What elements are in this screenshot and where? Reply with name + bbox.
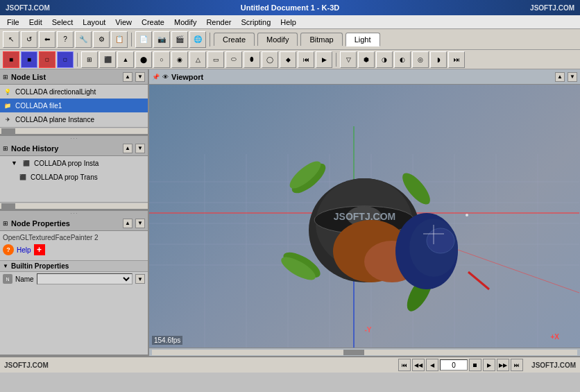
node-history-scroll-down[interactable]: ▼ (135, 144, 145, 153)
tab-modify[interactable]: Modify (257, 33, 298, 46)
node-history-scroll-up[interactable]: ▲ (123, 144, 133, 153)
scroll-track2 (0, 203, 148, 209)
node-history-resize[interactable]: · · · (0, 210, 148, 216)
playback-skip-end[interactable]: ⏭ (511, 359, 523, 371)
menu-layout[interactable]: Layout (78, 17, 110, 27)
tool-camera[interactable]: 📷 (153, 31, 170, 48)
separator1 (131, 33, 132, 46)
tool-ring[interactable]: ◎ (412, 51, 429, 68)
scroll-thumb (1, 128, 15, 134)
viewport-hscroll[interactable] (149, 348, 580, 356)
menu-scripting[interactable]: Scripting (237, 17, 275, 27)
list-item[interactable]: 💡 COLLADA directionalLight (0, 85, 148, 99)
node-list-scroll-down[interactable]: ▼ (135, 72, 145, 82)
menu-edit[interactable]: Edit (25, 17, 46, 27)
tool-skip-end[interactable]: ⏭ (448, 51, 465, 68)
tool-question[interactable]: ? (57, 31, 74, 48)
playback-next-next[interactable]: ▶▶ (497, 359, 509, 371)
tool-box-red[interactable]: ■ (3, 51, 19, 68)
viewport-canvas[interactable]: JSOFTJ.COM 154.6fps +X -Y (149, 85, 580, 348)
tool-rect[interactable]: ▭ (207, 51, 224, 68)
tool-triangle[interactable]: ▲ (117, 51, 134, 68)
menu-render[interactable]: Render (202, 17, 235, 27)
menu-select[interactable]: Select (48, 17, 78, 27)
tool-cone[interactable]: ▽ (340, 51, 357, 68)
tool-diamond[interactable]: ◆ (280, 51, 296, 68)
tool-gear[interactable]: ⚙ (93, 31, 110, 48)
tool-film[interactable]: 🎬 (171, 31, 188, 48)
playback-stop[interactable]: ⏹ (469, 359, 481, 371)
tool-half-sphere[interactable]: ◐ (394, 51, 411, 68)
name-field-icon: N (3, 274, 12, 284)
tool-ellipse[interactable]: ◯ (262, 51, 278, 68)
collada-file-icon: 📁 (3, 101, 12, 110)
name-dropdown[interactable] (37, 274, 132, 284)
tool-box-blue2[interactable]: ◻ (57, 51, 74, 68)
tool-skip-back[interactable]: ⏮ (298, 51, 314, 68)
tool-box3d[interactable]: ⬛ (99, 51, 116, 68)
tool-sphere[interactable]: ⬤ (135, 51, 152, 68)
tool-grid[interactable]: ⊞ (81, 51, 98, 68)
menu-create[interactable]: Create (137, 17, 169, 27)
tool-circle[interactable]: ○ (153, 51, 170, 68)
node-list-scroll-up[interactable]: ▲ (123, 72, 133, 82)
tool-scene[interactable]: 🌐 (189, 31, 206, 48)
name-scroll-btn[interactable]: ▼ (135, 274, 145, 284)
menu-help[interactable]: Help (276, 17, 300, 27)
toolbar-row1: ↖ ↺ ⬅ ? 🔧 ⚙ 📋 📄 📷 🎬 🌐 Create Modify Bitm… (0, 29, 580, 50)
tool-copy[interactable]: 📋 (111, 31, 128, 48)
help-label[interactable]: Help (17, 246, 31, 254)
node-props-scroll-up[interactable]: ▲ (123, 219, 133, 228)
tool-box-red2[interactable]: ◻ (39, 51, 56, 68)
tool-shape6[interactable]: ◗ (430, 51, 447, 68)
tool-cycle[interactable]: ↺ (21, 31, 37, 48)
node-list-resize[interactable]: · · · (0, 135, 148, 141)
builtin-properties-header: ▼ Builtin Properties (0, 260, 148, 272)
node-type-label: OpenGLTexturedFacePainter 2 (3, 234, 145, 241)
tab-bitmap[interactable]: Bitmap (300, 33, 342, 46)
viewport-scroll-up[interactable]: ▲ (555, 72, 565, 82)
menu-bar: File Edit Select Layout View Create Modi… (0, 15, 580, 29)
vp-scroll-thumb (343, 350, 364, 355)
tool-tri2[interactable]: △ (189, 51, 206, 68)
tool-back[interactable]: ⬅ (39, 31, 56, 48)
tool-torus[interactable]: ◉ (171, 51, 188, 68)
list-item[interactable]: ⬛ COLLADA prop Trans (0, 170, 148, 184)
list-item[interactable]: 📁 COLLADA file1 (0, 99, 148, 112)
scroll-thumb2 (1, 203, 15, 209)
playback-next[interactable]: ▶ (483, 359, 495, 371)
tool-oval[interactable]: ⬮ (244, 51, 260, 68)
playback-prev-prev[interactable]: ◀◀ (412, 359, 425, 371)
name-field-label: Name (15, 275, 34, 283)
tool-doc[interactable]: 📄 (135, 31, 152, 48)
tool-play[interactable]: ▶ (316, 51, 332, 68)
name-row: N Name ▼ (0, 272, 148, 286)
list-item[interactable]: ✈ COLLADA plane Instance (0, 112, 148, 126)
prop-trans-label: COLLADA prop Trans (31, 173, 98, 181)
menu-file[interactable]: File (3, 17, 24, 27)
add-property-button[interactable]: + (34, 244, 45, 255)
collada-plane-label: COLLADA plane Instance (15, 116, 94, 123)
tool-arrow[interactable]: ↖ (3, 31, 19, 48)
playback-skip-start[interactable]: ⏮ (398, 359, 411, 371)
list-item[interactable]: ▼ ⬛ COLLADA prop Insta (0, 156, 148, 170)
app-title: Untitled Document 1 - K-3D (241, 3, 339, 12)
tab-light[interactable]: Light (346, 33, 380, 46)
tool-pill[interactable]: ⬭ (225, 51, 242, 68)
tool-cyl[interactable]: ⬢ (358, 51, 375, 68)
tool-cap[interactable]: ◑ (376, 51, 393, 68)
tab-create[interactable]: Create (214, 33, 255, 46)
menu-modify[interactable]: Modify (170, 17, 201, 27)
node-properties-header: ⊞ Node Properties ▲ ▼ (0, 216, 148, 231)
help-row: ? Help + (3, 244, 145, 255)
node-history-scrollbar[interactable] (0, 202, 148, 209)
tool-wrench[interactable]: 🔧 (75, 31, 92, 48)
viewport-scroll-down[interactable]: ▼ (568, 72, 577, 82)
frame-input[interactable]: 0 (440, 359, 468, 370)
menu-view[interactable]: View (111, 17, 136, 27)
node-list-scrollbar[interactable] (0, 127, 148, 134)
viewport-pin-icon: 📌 (152, 74, 160, 80)
tool-box-blue[interactable]: ■ (21, 51, 37, 68)
playback-prev[interactable]: ◀ (426, 359, 438, 371)
node-props-scroll-down[interactable]: ▼ (135, 219, 145, 228)
